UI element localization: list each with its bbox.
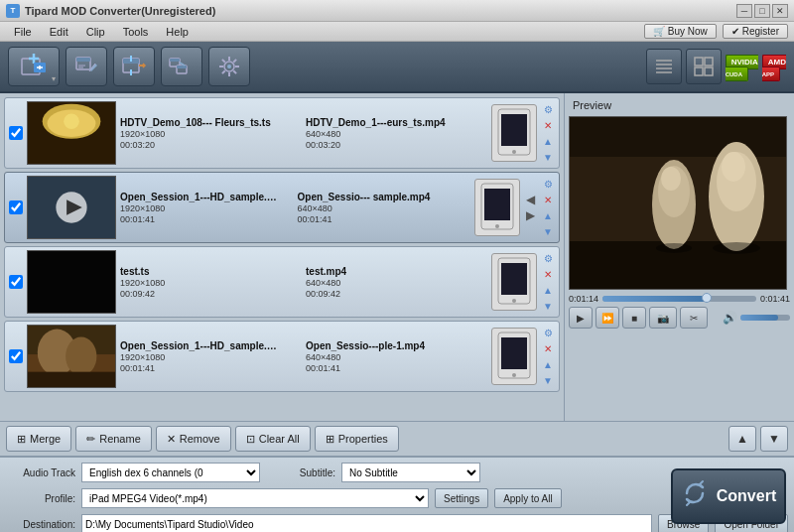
settings-toolbar-button[interactable] (208, 47, 250, 86)
output-duration-4: 00:01:41 (306, 363, 487, 373)
svg-point-44 (512, 150, 516, 154)
file-checkbox-2[interactable] (9, 200, 23, 214)
svg-line-28 (233, 60, 236, 63)
subtitle-select[interactable]: No Subtitle (341, 463, 480, 482)
file-down-button-3[interactable]: ▼ (541, 299, 555, 313)
audio-track-select[interactable]: English dex 6 channels (0 (81, 463, 260, 482)
edit-button[interactable] (66, 47, 107, 86)
menu-tools[interactable]: Tools (115, 25, 157, 39)
rename-action-button[interactable]: ✏ Rename (75, 426, 152, 452)
merge-button[interactable] (161, 47, 202, 86)
rename-icon: ✏ (86, 433, 95, 446)
minimize-button[interactable]: ─ (736, 4, 752, 18)
svg-rect-36 (695, 67, 703, 75)
profile-select[interactable]: iPad MPEG4 Video(*.mp4) (81, 488, 429, 508)
svg-rect-37 (705, 67, 713, 75)
window-controls: ─ □ ✕ (736, 4, 788, 18)
file-output-1: HDTV_Demo_1---eurs_ts.mp4 640×480 00:03:… (306, 117, 487, 150)
move-up-button[interactable]: ▲ (728, 426, 756, 452)
file-remove-button-2[interactable]: ✕ (541, 193, 555, 206)
file-remove-button-1[interactable]: ✕ (541, 118, 555, 132)
file-name-4: Open_Session_1---HD_sample.mkv (120, 340, 279, 351)
list-view-button[interactable] (646, 49, 682, 84)
device-next-button-2[interactable]: ▶ (523, 208, 537, 222)
output-duration-3: 00:09:42 (306, 289, 487, 299)
profile-label: Profile: (6, 493, 75, 504)
title-bar: T Tipard MOD Converter(Unregistered) ─ □… (0, 0, 794, 22)
menu-help[interactable]: Help (158, 25, 197, 39)
destination-input[interactable] (81, 514, 652, 532)
nvidia-badge: NVIDIACUDA (726, 55, 758, 78)
move-down-button[interactable]: ▼ (760, 426, 788, 452)
file-remove-button-3[interactable]: ✕ (541, 267, 555, 281)
clear-all-button[interactable]: ⊡ Clear All (235, 426, 311, 452)
output-resolution-4: 640×480 (306, 352, 487, 362)
volume-icon: 🔊 (723, 311, 737, 325)
file-up-button-2[interactable]: ▲ (541, 208, 555, 222)
time-slider[interactable] (602, 296, 756, 302)
file-thumbnail-1 (27, 101, 116, 165)
file-checkbox-4[interactable] (9, 349, 23, 363)
action-bar: ⊞ Merge ✏ Rename ✕ Remove ⊡ Clear All ⊞ … (0, 421, 794, 457)
stop-button[interactable]: ■ (622, 307, 646, 329)
merge-action-button[interactable]: ⊞ Merge (6, 426, 71, 452)
properties-button[interactable]: ⊞ Properties (315, 426, 399, 452)
svg-rect-43 (501, 114, 527, 146)
device-thumbnail-3 (491, 253, 537, 311)
file-remove-button-4[interactable]: ✕ (541, 341, 555, 355)
clip-button[interactable] (113, 47, 155, 86)
file-down-button-4[interactable]: ▼ (541, 373, 555, 387)
file-duration-4: 00:01:41 (120, 363, 302, 373)
buy-now-button[interactable]: 🛒 Buy Now (644, 24, 717, 39)
svg-rect-49 (484, 189, 510, 220)
file-settings-button-2[interactable]: ⚙ (541, 177, 555, 191)
settings-button[interactable]: Settings (435, 488, 488, 508)
file-resolution-1: 1920×1080 (120, 129, 302, 139)
table-row: Open_Session_1---HD_sample.mkv 1920×1080… (4, 172, 560, 243)
grid-view-button[interactable] (686, 49, 722, 84)
menu-file[interactable]: File (6, 25, 40, 39)
file-checkbox-1[interactable] (9, 126, 23, 140)
output-resolution-3: 640×480 (306, 278, 487, 288)
convert-button[interactable]: Convert (671, 468, 786, 524)
file-actions-2: ⚙ ✕ ▲ ▼ (541, 177, 555, 238)
file-thumbnail-2 (27, 176, 116, 239)
close-button[interactable]: ✕ (772, 4, 788, 18)
menu-edit[interactable]: Edit (42, 25, 76, 39)
svg-point-71 (661, 167, 681, 191)
preview-panel: Preview (564, 93, 794, 421)
file-settings-button-1[interactable]: ⚙ (541, 102, 555, 116)
file-down-button-2[interactable]: ▼ (541, 224, 555, 238)
add-file-button[interactable] (8, 47, 60, 86)
file-up-button-4[interactable]: ▲ (541, 357, 555, 371)
trim-button[interactable]: ✂ (680, 307, 708, 329)
device-prev-button-2[interactable]: ◀ (523, 193, 537, 206)
play-fast-button[interactable]: ⏩ (596, 307, 619, 329)
maximize-button[interactable]: □ (754, 4, 770, 18)
file-up-button-1[interactable]: ▲ (541, 134, 555, 148)
register-button[interactable]: ✔ Register (723, 24, 788, 39)
file-checkbox-3[interactable] (9, 275, 23, 289)
file-up-button-3[interactable]: ▲ (541, 283, 555, 297)
file-settings-button-4[interactable]: ⚙ (541, 326, 555, 339)
bottom-section: Audio Track English dex 6 channels (0 Su… (0, 457, 794, 532)
svg-point-73 (656, 243, 692, 253)
file-info-1: HDTV_Demo_108--- Fleurs_ts.ts 1920×1080 … (120, 117, 302, 150)
volume-slider[interactable] (740, 315, 790, 321)
remove-action-button[interactable]: ✕ Remove (156, 426, 231, 452)
preview-video (569, 116, 787, 290)
file-list: HDTV_Demo_108--- Fleurs_ts.ts 1920×1080 … (0, 93, 564, 421)
play-button[interactable]: ▶ (569, 307, 593, 329)
svg-rect-7 (76, 58, 90, 62)
svg-point-72 (713, 242, 760, 254)
screenshot-button[interactable]: 📷 (649, 307, 677, 329)
file-resolution-4: 1920×1080 (120, 352, 302, 362)
file-settings-button-3[interactable]: ⚙ (541, 251, 555, 265)
apply-all-button[interactable]: Apply to All (494, 488, 561, 508)
window-title: Tipard MOD Converter(Unregistered) (25, 5, 215, 17)
file-down-button-1[interactable]: ▼ (541, 150, 555, 164)
audio-track-label: Audio Track (6, 467, 75, 478)
file-actions-4: ⚙ ✕ ▲ ▼ (541, 326, 555, 387)
menu-items: File Edit Clip Tools Help (6, 25, 197, 39)
menu-clip[interactable]: Clip (78, 25, 113, 39)
